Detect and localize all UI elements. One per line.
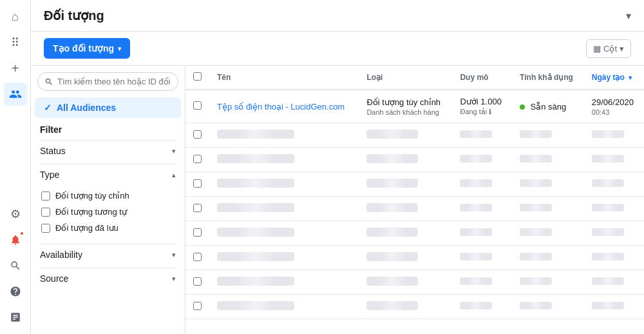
store-icon[interactable] xyxy=(4,306,27,329)
blurred-type xyxy=(366,277,418,286)
filter-option-similar-label: Đối tượng tương tự xyxy=(55,207,127,217)
settings-icon[interactable]: ⚙ xyxy=(4,202,27,226)
filter-checkbox-similar[interactable] xyxy=(41,208,50,217)
audience-table: Tên Loại Duy mô Tính khả dụng Ngày tạo xyxy=(185,66,644,319)
page-header: Đối tượng ▾ xyxy=(31,0,644,32)
select-all-checkbox[interactable] xyxy=(193,72,202,81)
row-created-cell: 29/06/2020 00:43 xyxy=(584,90,644,123)
filter-group-type: Type ▴ Đối tượng tùy chỉnh Đối tượng tươ… xyxy=(40,164,176,241)
blurred-status xyxy=(520,302,552,309)
row-size-sub: Đang tải ℹ xyxy=(460,108,504,116)
blurred-date xyxy=(592,204,624,211)
filter-status-chevron: ▾ xyxy=(172,147,176,155)
content-area: ✓ All Audiences Filter Status ▾ Type ▴ xyxy=(31,66,644,334)
blurred-type xyxy=(366,179,418,188)
create-audience-button[interactable]: Tạo đối tượng ▾ xyxy=(44,38,130,59)
filter-type-header[interactable]: Type ▴ xyxy=(40,164,176,185)
blurred-name xyxy=(217,154,294,163)
filter-checkbox-saved[interactable] xyxy=(41,224,50,233)
col-header-availability: Tính khả dụng xyxy=(512,66,584,90)
filter-status-header[interactable]: Status ▾ xyxy=(40,140,176,161)
blurred-name xyxy=(217,252,294,261)
filter-availability-label: Availability xyxy=(40,250,82,260)
left-filter-panel: ✓ All Audiences Filter Status ▾ Type ▴ xyxy=(31,66,185,334)
help-icon[interactable] xyxy=(4,280,27,303)
row-status-text: Sẵn sàng xyxy=(531,102,567,112)
row-checkbox[interactable] xyxy=(193,277,202,286)
table-row xyxy=(185,172,644,197)
filter-availability-header[interactable]: Availability ▾ xyxy=(40,244,176,265)
row-created-date: 29/06/2020 xyxy=(592,97,636,107)
row-checkbox[interactable] xyxy=(193,253,202,261)
table-header-row: Tên Loại Duy mô Tính khả dụng Ngày tạo xyxy=(185,66,644,90)
check-icon: ✓ xyxy=(44,103,52,113)
blurred-date xyxy=(592,302,624,309)
toolbar-right: ▦ Cột ▾ xyxy=(586,39,631,58)
filter-availability-chevron: ▾ xyxy=(172,251,176,259)
add-icon[interactable]: + xyxy=(4,57,27,80)
search-input[interactable] xyxy=(57,77,171,86)
blurred-name xyxy=(217,130,294,139)
blurred-status xyxy=(520,179,552,187)
blurred-date xyxy=(592,130,624,138)
row-type-cell: Đối tượng tùy chỉnh Danh sách khách hàng xyxy=(359,90,452,123)
filter-option-similar[interactable]: Đối tượng tương tự xyxy=(40,204,176,220)
table-row xyxy=(185,221,644,246)
col-header-created[interactable]: Ngày tạo ▾ xyxy=(584,66,644,90)
row-size-main: Dưới 1.000 xyxy=(460,97,504,106)
blurred-size xyxy=(460,130,492,138)
home-icon[interactable]: ⌂ xyxy=(4,5,27,28)
table-row xyxy=(185,123,644,148)
sort-arrow-icon: ▾ xyxy=(629,74,632,81)
row-type-sub: Danh sách khách hàng xyxy=(366,108,444,116)
blurred-size xyxy=(460,228,492,236)
search-icon-nav[interactable] xyxy=(4,254,27,277)
blurred-name xyxy=(217,228,294,237)
row-checkbox[interactable] xyxy=(193,101,202,110)
header-checkbox-cell xyxy=(185,66,209,90)
row-checkbox[interactable] xyxy=(193,155,202,163)
grid-icon[interactable]: ⠿ xyxy=(4,31,27,54)
blurred-date xyxy=(592,155,624,162)
blurred-name xyxy=(217,203,294,212)
filter-group-source: Source ▾ xyxy=(40,268,176,289)
filter-option-saved[interactable]: Đối tượng đã lưu xyxy=(40,220,176,236)
filter-group-status: Status ▾ xyxy=(40,140,176,161)
blurred-status xyxy=(520,155,552,162)
view-label: Cột xyxy=(603,44,617,54)
table-row xyxy=(185,148,644,172)
row-checkbox[interactable] xyxy=(193,302,202,310)
row-checkbox[interactable] xyxy=(193,204,202,212)
filter-source-header[interactable]: Source ▾ xyxy=(40,268,176,289)
col-header-name: Tên xyxy=(209,66,359,90)
filter-option-custom[interactable]: Đối tượng tùy chỉnh xyxy=(40,188,176,204)
blurred-name xyxy=(217,277,294,286)
blurred-type xyxy=(366,203,418,212)
table-row xyxy=(185,197,644,221)
all-audiences-item[interactable]: ✓ All Audiences xyxy=(35,97,181,118)
row-checkbox[interactable] xyxy=(193,130,202,139)
bell-icon[interactable] xyxy=(4,228,27,251)
blurred-size xyxy=(460,204,492,211)
audience-name-link[interactable]: Tệp số điện thoại - LucidGen.com xyxy=(217,102,345,112)
all-audiences-label: All Audiences xyxy=(57,103,116,113)
audience-table-panel: Tên Loại Duy mô Tính khả dụng Ngày tạo xyxy=(185,66,644,334)
filter-status-label: Status xyxy=(40,146,66,156)
filter-type-chevron: ▴ xyxy=(172,171,176,179)
blurred-type xyxy=(366,130,418,139)
blurred-size xyxy=(460,277,492,285)
row-checkbox[interactable] xyxy=(193,179,202,188)
create-button-label: Tạo đối tượng xyxy=(53,43,114,54)
people-icon[interactable] xyxy=(4,83,27,106)
col-header-size: Duy mô xyxy=(452,66,511,90)
blurred-size xyxy=(460,253,492,260)
row-checkbox[interactable] xyxy=(193,228,202,237)
main-area: Đối tượng ▾ Tạo đối tượng ▾ ▦ Cột ▾ xyxy=(31,0,644,334)
filter-checkbox-custom[interactable] xyxy=(41,192,50,201)
filter-option-custom-label: Đối tượng tùy chỉnh xyxy=(55,191,129,201)
view-chevron-icon: ▾ xyxy=(620,44,624,54)
table-row xyxy=(185,270,644,295)
blurred-status xyxy=(520,253,552,260)
view-toggle-button[interactable]: ▦ Cột ▾ xyxy=(586,39,631,58)
blurred-date xyxy=(592,228,624,236)
